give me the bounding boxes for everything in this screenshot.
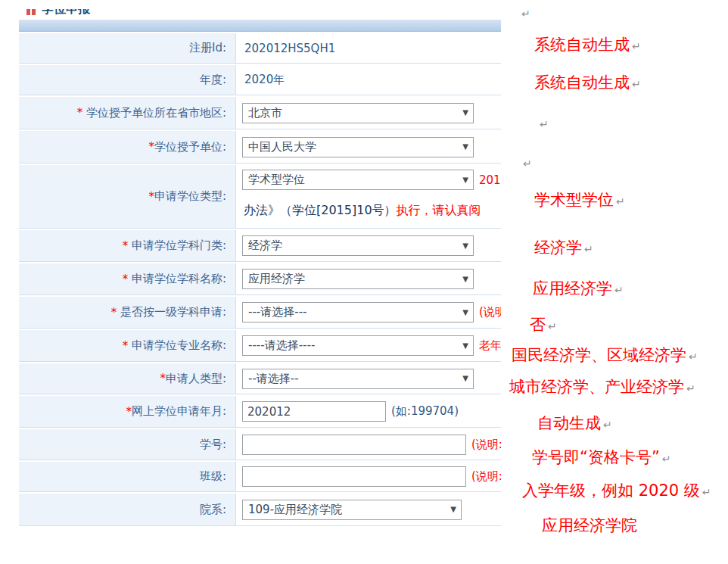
dropdown-selected-value: --请选择-- (248, 372, 299, 386)
field-label-discipline-name: * 申请学位学科名称: (19, 263, 236, 294)
applicant-type-dropdown[interactable]: --请选择--▼ (242, 369, 474, 389)
row-discipline-name: * 申请学位学科名称:应用经济学▼ (19, 263, 501, 295)
dropdown-selected-value: 学术型学位 (248, 173, 305, 187)
degree-type-dropdown[interactable]: 学术型学位▼ (242, 170, 474, 190)
panel-title-clipped: 学位申报 (26, 9, 329, 19)
field-value-cell: 202012HS5QH1 (236, 33, 501, 63)
annotation-label: 应用经济学 (533, 279, 612, 298)
required-asterisk: * (160, 372, 166, 385)
pilcrow-mark-icon: ↵ (702, 486, 711, 498)
province-dropdown[interactable]: 北京市▼ (242, 103, 474, 123)
degree-application-form-panel: 学位申报 注册Id:202012HS5QH1年度:2020年* 学位授予单位所在… (19, 0, 501, 542)
annotation-label: 城市经济学、产业经济学 (509, 378, 684, 396)
discipline-name-dropdown[interactable]: 应用经济学▼ (242, 269, 474, 289)
discipline-category-dropdown[interactable]: 经济学▼ (242, 235, 474, 256)
class-input[interactable] (242, 466, 466, 487)
pilcrow-mark-icon: ↵ (689, 351, 698, 363)
awarding-unit-dropdown[interactable]: 中国人民大学▼ (242, 137, 474, 157)
pilcrow-mark-icon: ↵ (614, 284, 624, 296)
pilcrow-mark-icon: ↵ (523, 157, 532, 170)
dropdown-arrow-icon: ▼ (462, 276, 468, 283)
field-label-text: 申请学位学科门类: (132, 238, 226, 253)
pilcrow-mark-icon: ↵ (632, 78, 641, 90)
annotation-label: 自动生成 (537, 414, 601, 432)
dropdown-arrow-icon: ▼ (462, 143, 468, 151)
row-apply-month: *网上学位申请年月:202012(如:199704) (19, 396, 501, 428)
row-awarding-unit: *学位授予单位:中国人民大学▼ (19, 131, 501, 164)
row-department: 院系:109-应用经济学院▼ (19, 494, 501, 526)
major-name-dropdown[interactable]: ----请选择----▼ (242, 335, 474, 356)
row-registration-id: 注册Id:202012HS5QH1 (19, 33, 501, 64)
field-label-province: * 学位授予单位所在省市地区: (19, 97, 236, 129)
form-rows: 注册Id:202012HS5QH1年度:2020年* 学位授予单位所在省市地区:… (19, 33, 501, 528)
field-value-cell: ---请选择---▼(说明: (236, 297, 501, 328)
pilcrow-mark-icon: ↵ (632, 40, 641, 52)
panel-header-bar (19, 20, 501, 32)
field-label-text: 网上学位申请年月: (132, 404, 226, 419)
annotation-text: 入学年级，例如 2020 级↵ (522, 481, 711, 500)
field-value-cell: 北京市▼ (236, 97, 501, 129)
required-asterisk: * (148, 140, 154, 154)
field-value-cell: 学术型学位▼2016办法》（学位[2015]10号）执行，请认真阅 (236, 165, 501, 228)
annotation-label: 入学年级，例如 2020 级 (522, 481, 700, 500)
pilcrow-mark-icon: ↵ (521, 8, 530, 20)
annotation-text: 城市经济学、产业经济学↵ (509, 378, 695, 397)
paragraph-mark: ↵ (521, 153, 532, 172)
field-note-dark: (如:199704) (391, 404, 459, 419)
field-note-red: (说明: (479, 305, 501, 319)
dropdown-arrow-icon: ▼ (450, 506, 456, 513)
row-major-name: * 申请学位专业名称:----请选择----▼老年 (19, 330, 501, 362)
field-label-text: 申请学位学科名称: (132, 272, 226, 286)
row-class: 班级:(说明: (19, 462, 501, 492)
annotation-text: 学号即“资格卡号”↵ (532, 448, 671, 467)
annotation-label: 经济学 (534, 238, 582, 257)
department-dropdown[interactable]: 109-应用经济学院▼ (242, 500, 462, 520)
first-level-apply-dropdown[interactable]: ---请选择---▼ (242, 302, 474, 323)
annotation-text: 自动生成↵ (537, 414, 612, 433)
field-label-year: 年度: (19, 65, 236, 95)
panel-title: 学位申报 (42, 9, 90, 17)
field-label-apply-month: *网上学位申请年月: (19, 396, 236, 427)
annotation-label: 系统自动生成 (534, 73, 630, 92)
field-label-text: 班级: (200, 469, 226, 484)
dropdown-selected-value: 北京市 (248, 106, 282, 120)
pilcrow-mark-icon: ↵ (686, 382, 695, 394)
field-value-cell: 应用经济学▼ (236, 263, 501, 294)
required-asterisk: * (123, 273, 132, 286)
field-value-cell: 2020年 (236, 65, 501, 95)
annotation-text: 经济学↵ (534, 238, 593, 257)
apply-month-input[interactable]: 202012 (242, 401, 386, 422)
dropdown-arrow-icon: ▼ (462, 176, 468, 184)
field-label-discipline-category: * 申请学位学科门类: (19, 230, 236, 261)
required-asterisk: * (111, 306, 120, 319)
annotation-text: 否↵ (530, 316, 557, 335)
field-note-red: 2016 (479, 173, 501, 187)
paragraph-mark: ↵ (537, 114, 549, 132)
dropdown-arrow-icon: ▼ (462, 242, 468, 250)
student-id-input[interactable] (242, 435, 466, 455)
dropdown-arrow-icon: ▼ (462, 342, 468, 350)
field-note-red: (说明: (471, 438, 501, 452)
annotation-text: 系统自动生成↵ (534, 36, 641, 55)
dropdown-arrow-icon: ▼ (462, 109, 468, 117)
annotation-label: 系统自动生成 (534, 36, 630, 54)
required-asterisk: * (123, 239, 132, 253)
row-applicant-type: *申请人类型:--请选择--▼ (19, 363, 501, 394)
field-label-major-name: * 申请学位专业名称: (19, 330, 236, 361)
field-label-text: 年度: (200, 73, 226, 87)
pilcrow-mark-icon: ↵ (603, 419, 612, 431)
field-value-cell: (说明: (236, 429, 501, 460)
required-asterisk: * (126, 405, 132, 419)
field-label-text: 学位授予单位: (154, 140, 226, 154)
field-value-cell: (说明: (236, 462, 501, 491)
required-asterisk: * (77, 106, 86, 120)
field-label-registration-id: 注册Id: (19, 33, 236, 63)
field-value-cell: ----请选择----▼老年 (236, 330, 501, 361)
field-value-cell: 109-应用经济学院▼ (236, 494, 501, 525)
form-section-icon (26, 9, 36, 15)
field-note-red: (说明: (471, 469, 501, 484)
field-label-degree-type: *申请学位类型: (19, 165, 236, 228)
pilcrow-mark-icon: ↵ (540, 118, 549, 130)
field-label-class: 班级: (19, 462, 236, 491)
row-province: * 学位授予单位所在省市地区:北京市▼ (19, 97, 501, 129)
